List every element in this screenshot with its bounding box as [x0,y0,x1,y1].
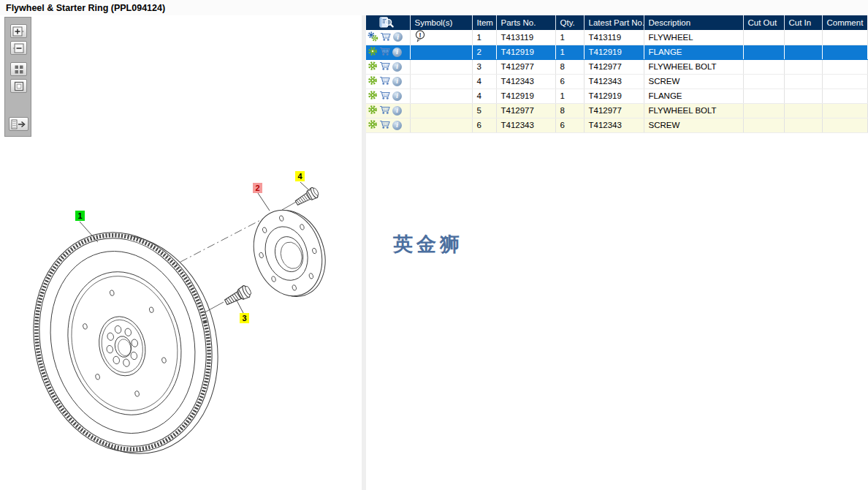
callout-label-4[interactable]: 4 [295,171,305,181]
info-icon[interactable]: i [392,106,402,116]
part-gear-icon[interactable] [368,75,378,87]
zoom-in-button[interactable] [10,24,27,38]
cell-symbols [410,59,472,74]
cell-cut-out [743,88,784,103]
parts-row-7[interactable]: i6T4123436T412343SCREW [366,118,867,132]
tile-view-button[interactable] [10,62,27,76]
cell-latest-part-no: T412919 [584,45,644,59]
cell-comment [822,118,867,132]
zoom-out-button[interactable] [10,41,27,55]
zoom-in-icon [12,26,25,37]
callout-label-3[interactable]: 3 [240,313,249,323]
cell-cut-in [784,45,822,59]
leader-line-2 [258,193,270,211]
add-to-cart-icon[interactable] [380,31,392,43]
add-to-cart-icon[interactable] [379,105,391,116]
info-icon[interactable]: i [392,48,402,57]
info-icon[interactable]: i [393,32,403,42]
cell-item: 5 [472,103,496,118]
gear-icon [368,75,378,86]
add-to-cart-icon[interactable] [379,46,391,58]
cell-description: FLANGE [644,45,743,59]
cell-comment [822,88,867,103]
callout-label-1[interactable]: 1 [75,211,85,221]
column-header-search[interactable] [366,15,410,30]
cell-description: FLYWHEEL [644,30,743,45]
cell-comment [822,59,867,74]
part-gear-icon[interactable] [368,105,378,116]
parts-row-4[interactable]: i4T4123436T412343SCREW [366,74,867,88]
table-header-row: Symbol(s)ItemParts No.Qty.Latest Part No… [366,15,867,30]
cell-latest-part-no: T412343 [584,118,644,132]
cell-latest-part-no: T412919 [584,88,644,103]
info-icon[interactable]: i [392,91,402,101]
column-header-symbols: Symbol(s) [410,15,472,30]
watermark-text: 英金狮 [393,231,463,257]
part-gear-icon[interactable] [368,119,378,131]
cell-item: 6 [472,118,496,132]
cell-item: 2 [472,45,496,59]
cart-icon [379,90,391,100]
bolt4-drawing [294,186,320,208]
add-to-cart-icon[interactable] [379,61,391,72]
cell-comment [822,45,867,59]
cart-icon [380,31,392,42]
cell-symbols [410,88,472,103]
add-to-cart-icon[interactable] [379,119,391,131]
cell-cut-in [784,30,822,45]
cell-cut-out [743,74,784,88]
cell-qty: 1 [555,88,584,103]
export-list-button[interactable] [9,117,28,131]
add-to-cart-icon[interactable] [379,75,391,87]
assembly-axis-line [167,216,267,269]
gear-icon [368,46,378,56]
add-to-cart-icon[interactable] [379,90,391,102]
parts-row-3[interactable]: i3T4129778T412977FLYWHEEL BOLT [366,59,867,74]
diagram-panel: 1234 [0,15,362,490]
gear-double-icon [368,31,378,42]
cell-parts-no: T413119 [496,30,555,45]
single-view-button[interactable] [10,79,27,93]
row-actions-cell: i [366,45,410,59]
cell-symbols[interactable]: ! [410,30,472,45]
cell-qty: 1 [555,45,584,59]
cell-parts-no: T412919 [496,45,555,59]
callout-label-2[interactable]: 2 [253,183,262,193]
cell-parts-no: T412977 [496,59,555,74]
column-header-latest_part_no: Latest Part No. [584,15,644,30]
parts-row-5[interactable]: i4T4129191T412919FLANGE [366,88,867,103]
cart-icon [379,46,391,56]
cell-symbols [410,74,472,88]
exploded-view-drawing [0,15,362,490]
parts-row-2[interactable]: i2T4129191T412919FLANGE [366,45,867,59]
single-view-icon [14,81,24,91]
cart-icon [379,119,391,129]
bolt4-axis-line [282,201,297,210]
parts-row-6[interactable]: i5T4129778T412977FLYWHEEL BOLT [366,103,867,118]
cell-description: FLYWHEEL BOLT [644,103,743,118]
column-header-description: Description [644,15,743,30]
column-header-qty: Qty. [555,15,584,30]
part-gear-icon[interactable] [368,61,378,72]
info-icon[interactable]: i [392,62,402,72]
parts-row-1[interactable]: i!1T4131191T413119FLYWHEEL [366,30,867,45]
info-icon[interactable]: i [392,121,402,130]
cell-description: FLYWHEEL BOLT [644,59,743,74]
cell-comment [822,103,867,118]
info-icon[interactable]: i [392,77,402,86]
column-header-comment: Comment [822,15,867,30]
flange-drawing [243,200,336,306]
leader-line-3 [236,299,243,313]
cell-item: 4 [472,74,496,88]
cell-latest-part-no: T412977 [584,103,644,118]
cell-qty: 6 [555,74,584,88]
cell-cut-in [784,103,822,118]
cell-comment [822,74,867,88]
cell-parts-no: T412343 [496,74,555,88]
part-gear-icon[interactable] [368,90,378,102]
cell-description: SCREW [644,74,743,88]
part-gear-icon[interactable] [368,46,378,58]
add-parts-gears-icon[interactable] [368,31,378,43]
cell-parts-no: T412343 [496,118,555,132]
gear-icon [368,119,378,129]
